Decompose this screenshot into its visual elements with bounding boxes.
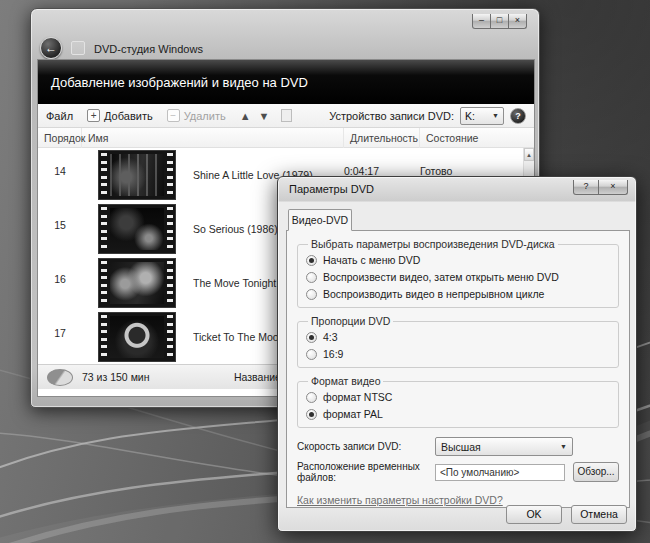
app-icon — [71, 41, 85, 55]
radio-selected-icon — [306, 255, 317, 266]
disc-usage-icon — [47, 369, 73, 386]
row-title: The Move Tonight (1 — [193, 277, 289, 289]
scroll-up-icon[interactable]: ▲ — [524, 148, 534, 161]
maximize-icon[interactable]: □ — [490, 14, 509, 29]
radio-icon — [306, 349, 317, 360]
help-button[interactable]: ? — [510, 108, 526, 124]
row-order: 17 — [38, 327, 82, 339]
radio-aspect-4-3[interactable]: 4:3 — [306, 330, 610, 344]
browse-button[interactable]: Обзор... — [573, 462, 619, 482]
move-down-icon[interactable]: ▼ — [259, 110, 270, 122]
column-name[interactable]: Имя — [82, 128, 344, 148]
dialog-caption-buttons: ? × — [574, 180, 628, 195]
filmstrip-thumbnail — [99, 313, 175, 361]
burner-controls: Устройство записи DVD: K: ▼ ? — [329, 107, 526, 125]
radio-format-pal[interactable]: формат PAL — [306, 407, 610, 421]
chevron-down-icon: ▼ — [560, 443, 567, 450]
temp-files-input[interactable] — [435, 464, 565, 481]
toolbar: Файл + Добавить − Удалить ▲ ▼ Устройство… — [38, 104, 534, 128]
radio-play-then-menu[interactable]: Воспроизвести видео, затем открыть меню … — [306, 270, 610, 284]
tab-page: Выбрать параметры воспроизведения DVD-ди… — [286, 230, 630, 508]
dialog-title: Параметры DVD — [289, 183, 374, 195]
aspect-ratio-legend: Пропорции DVD — [308, 315, 393, 327]
radio-loop-video[interactable]: Воспроизводить видео в непрерывном цикле — [306, 287, 610, 301]
radio-icon — [306, 289, 317, 300]
cancel-button[interactable]: Отмена — [571, 505, 627, 524]
temp-files-label: Расположение временных файлов: — [297, 461, 435, 483]
file-menu-label: Файл — [46, 110, 73, 122]
radio-selected-icon — [306, 332, 317, 343]
burner-drive-value: K: — [465, 110, 475, 122]
row-order: 14 — [38, 165, 82, 177]
radio-label: Воспроизводить видео в непрерывном цикле — [323, 288, 544, 300]
remove-icon: − — [167, 109, 180, 122]
burner-drive-select[interactable]: K: ▼ — [460, 107, 504, 125]
chevron-down-icon: ▼ — [487, 112, 499, 119]
video-format-group: Формат видео формат NTSC формат PAL — [297, 375, 619, 428]
tab-video-dvd[interactable]: Видео-DVD — [288, 209, 352, 231]
disc-title-label: Название — [234, 371, 281, 383]
video-format-legend: Формат видео — [308, 375, 383, 387]
radio-label: Начать с меню DVD — [323, 254, 420, 266]
column-order[interactable]: Порядок — [38, 128, 82, 148]
filmstrip-thumbnail — [99, 151, 175, 199]
burner-label: Устройство записи DVD: — [329, 110, 454, 122]
properties-icon[interactable] — [281, 109, 292, 122]
radio-icon — [306, 392, 317, 403]
dialog-close-icon[interactable]: × — [598, 180, 628, 195]
radio-label: формат PAL — [323, 408, 383, 420]
filmstrip-thumbnail — [99, 259, 175, 307]
burn-speed-value: Высшая — [441, 441, 481, 453]
radio-label: формат NTSC — [323, 391, 392, 403]
column-status[interactable]: Состояние — [420, 128, 534, 148]
radio-label: 4:3 — [323, 331, 338, 343]
temp-files-row: Расположение временных файлов: Обзор... — [297, 461, 619, 483]
radio-icon — [306, 272, 317, 283]
dialog-buttons: OK Отмена — [506, 505, 627, 524]
radio-label: Воспроизвести видео, затем открыть меню … — [323, 271, 559, 283]
radio-aspect-16-9[interactable]: 16:9 — [306, 347, 610, 361]
disc-usage-text: 73 из 150 мин — [82, 371, 150, 383]
back-button[interactable]: ← — [40, 37, 62, 59]
close-icon[interactable]: × — [508, 14, 527, 29]
list-header: Порядок Имя Длительность Состояние — [38, 128, 534, 148]
row-order: 15 — [38, 219, 82, 231]
radio-label: 16:9 — [323, 348, 343, 360]
window-title: DVD-студия Windows — [94, 43, 203, 55]
playback-options-group: Выбрать параметры воспроизведения DVD-ди… — [297, 238, 619, 308]
column-duration[interactable]: Длительность — [344, 128, 420, 148]
minimize-icon[interactable]: – — [472, 14, 491, 29]
add-icon: + — [87, 109, 100, 122]
radio-start-with-menu[interactable]: Начать с меню DVD — [306, 253, 610, 267]
add-items-label: Добавить — [104, 110, 153, 122]
radio-selected-icon — [306, 409, 317, 420]
add-items-button[interactable]: + Добавить — [87, 109, 153, 122]
radio-format-ntsc[interactable]: формат NTSC — [306, 390, 610, 404]
row-order: 16 — [38, 273, 82, 285]
dialog-help-icon[interactable]: ? — [573, 180, 599, 195]
burn-speed-select[interactable]: Высшая ▼ — [435, 437, 573, 456]
move-up-icon[interactable]: ▲ — [240, 110, 251, 122]
remove-items-button[interactable]: − Удалить — [167, 109, 226, 122]
page-title: Добавление изображений и видео на DVD — [38, 60, 534, 104]
burn-speed-row: Скорость записи DVD: Высшая ▼ — [297, 437, 619, 456]
aspect-ratio-group: Пропорции DVD 4:3 16:9 — [297, 315, 619, 368]
burn-speed-label: Скорость записи DVD: — [297, 441, 435, 452]
row-title: So Serious (1986) — [193, 223, 278, 235]
row-title: Ticket To The Moon — [193, 331, 284, 343]
playback-options-legend: Выбрать параметры воспроизведения DVD-ди… — [308, 238, 558, 250]
remove-items-label: Удалить — [184, 110, 226, 122]
ok-button[interactable]: OK — [506, 505, 562, 524]
file-menu[interactable]: Файл — [46, 110, 73, 122]
filmstrip-thumbnail — [99, 205, 175, 253]
dvd-options-dialog: Параметры DVD ? × Видео-DVD Выбрать пара… — [277, 176, 637, 532]
window-caption-buttons: – □ × — [473, 14, 527, 29]
